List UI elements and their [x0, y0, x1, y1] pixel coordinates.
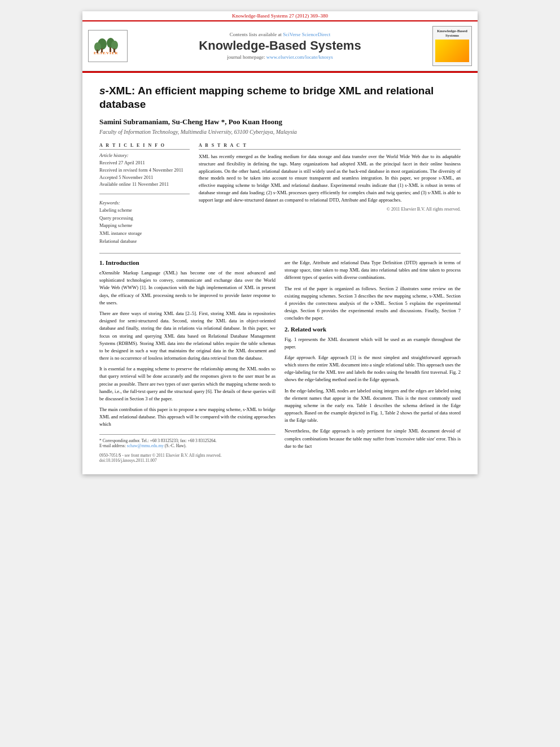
elsevier-tree-icon: ELSEVIER [91, 33, 125, 58]
footnote-star: * Corresponding author. Tel.: +60 3 8312… [99, 438, 275, 443]
keywords-section: Keywords: Labeling scheme Query processi… [99, 200, 190, 245]
keywords-title: Keywords: [99, 200, 190, 206]
article-info-panel: A R T I C L E I N F O Article history: R… [99, 143, 190, 245]
section1-para3: It is essential for a mapping scheme to … [99, 365, 275, 403]
author-names: Samini Subramaniam, Su-Cheng Haw *, Poo … [99, 117, 282, 126]
issn-line: 0950-7051/$ - see front matter © 2011 El… [99, 453, 275, 458]
section2-para1: Fig. 1 represents the XML document which… [285, 336, 461, 351]
sciverse-line: Contents lists available at SciVerse Sci… [133, 32, 427, 37]
elsevier-logo-box: ELSEVIER [88, 30, 128, 62]
journal-citation-text: Knowledge-Based Systems 27 (2012) 369–38… [232, 13, 328, 19]
edge-approach-label: Edge approach. [285, 355, 316, 360]
section2-para2: Edge approach. Edge approach [3] is the … [285, 354, 461, 384]
footnote-email-link[interactable]: schaw@mmu.edu.my [127, 443, 164, 448]
section2-heading: 2. Related work [285, 326, 461, 333]
section1-para4: The main contribution of this paper is t… [99, 406, 275, 429]
main-divider [99, 253, 461, 254]
corner-logo-area: Knowledge-BasedSystems [432, 26, 472, 66]
keyword-1: Labeling scheme [99, 207, 190, 215]
journal-header: ELSEVIER Contents lists available at Sci… [82, 21, 478, 71]
section2-para3: In the edge-labeling, XML nodes are labe… [285, 387, 461, 425]
keyword-3: Mapping scheme [99, 222, 190, 230]
title-rest: -XML: An efficient mapping scheme to bri… [99, 85, 434, 111]
article-info-title: A R T I C L E I N F O [99, 143, 190, 150]
section1-para2: There are three ways of storing XML data… [99, 310, 275, 362]
footnote-email: E-mail address: schaw@mmu.edu.my (S.-C. … [99, 443, 275, 448]
keyword-5: Relational database [99, 238, 190, 246]
authors-line: Samini Subramaniam, Su-Cheng Haw *, Poo … [99, 117, 461, 126]
accepted-date: Accepted 5 November 2011 [99, 174, 190, 181]
paper-page: Knowledge-Based Systems 27 (2012) 369–38… [82, 11, 478, 474]
paper-content: s-XML: An efficient mapping scheme to br… [82, 73, 478, 474]
journal-title-area: Contents lists available at SciVerse Sci… [133, 32, 427, 60]
paper-title: s-XML: An efficient mapping scheme to br… [99, 84, 461, 112]
journal-homepage: journal homepage: www.elsevier.com/locat… [133, 54, 427, 60]
footer-issn: 0950-7051/$ - see front matter © 2011 El… [99, 453, 275, 463]
revised-date: Received in revised form 4 November 2011 [99, 167, 190, 174]
keyword-4: XML instance storage [99, 230, 190, 238]
svg-rect-9 [113, 49, 115, 53]
abstract-text: XML has recently emerged as the leading … [199, 153, 461, 203]
section1-para1: eXtensible Markup Language (XML) has bec… [99, 269, 275, 307]
journal-citation-bar: Knowledge-Based Systems 27 (2012) 369–38… [82, 11, 478, 21]
sciverse-link[interactable]: SciVerse ScienceDirect [283, 32, 330, 37]
main-body-columns: 1. Introduction eXtensible Markup Langua… [99, 259, 461, 462]
corner-journal-title: Knowledge-BasedSystems [435, 29, 469, 38]
svg-point-7 [111, 41, 118, 50]
section1-heading: 1. Introduction [99, 259, 275, 266]
corner-logo-img [435, 40, 469, 62]
article-history-title: Article history: [99, 152, 190, 158]
svg-rect-5 [110, 47, 111, 52]
info-divider [99, 194, 190, 194]
homepage-prefix: journal homepage: [227, 54, 266, 60]
title-italic-s: s [99, 85, 106, 97]
footnote-area: * Corresponding author. Tel.: +60 3 8312… [99, 434, 275, 448]
journal-title: Knowledge-Based Systems [133, 38, 427, 53]
corner-logo-box: Knowledge-BasedSystems [432, 26, 472, 66]
abstract-panel: A B S T R A C T XML has recently emerged… [199, 143, 461, 245]
left-column: 1. Introduction eXtensible Markup Langua… [99, 259, 275, 462]
received-date: Received 27 April 2011 [99, 159, 190, 167]
elsevier-logo-area: ELSEVIER [88, 30, 128, 62]
sciverse-prefix: Contents lists available at [230, 32, 283, 37]
keyword-2: Query processing [99, 215, 190, 222]
info-abstract-section: A R T I C L E I N F O Article history: R… [99, 143, 461, 245]
section1-right-para2: The rest of the paper is organized as fo… [285, 285, 461, 322]
homepage-link[interactable]: www.elsevier.com/locate/knosys [266, 54, 333, 60]
affiliation-line: Faculty of Information Technology, Multi… [99, 129, 461, 135]
available-date: Available online 11 November 2011 [99, 181, 190, 188]
email-label: E-mail address: [99, 443, 127, 448]
svg-rect-4 [101, 49, 103, 53]
copyright-line: © 2011 Elsevier B.V. All rights reserved… [199, 207, 461, 212]
doi-line: doi:10.1016/j.knosys.2011.11.007 [99, 458, 275, 463]
section1-right-para1: are the Edge, Attribute and relational D… [285, 259, 461, 282]
section2-para4: Nevertheless, the Edge approach is only … [285, 427, 461, 450]
abstract-title: A B S T R A C T [199, 143, 461, 150]
footnote-email-suffix: (S.-C. Haw). [165, 443, 186, 448]
right-column: are the Edge, Attribute and relational D… [285, 259, 461, 462]
svg-rect-8 [97, 50, 98, 53]
